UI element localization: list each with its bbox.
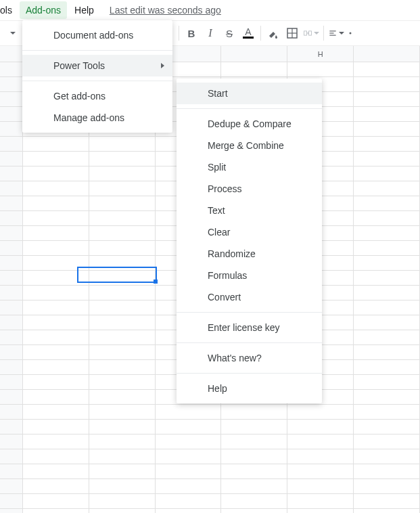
menu-item-split[interactable]: Split (177, 156, 322, 178)
corner-cell[interactable] (0, 46, 23, 62)
chevron-down-icon (10, 32, 16, 35)
col-header-h[interactable]: H (287, 46, 354, 62)
menu-item-manage-addons[interactable]: Manage add-ons (22, 107, 172, 129)
more-button[interactable] (346, 24, 355, 43)
svg-rect-3 (304, 31, 307, 35)
menu-item-document-addons[interactable]: Document add-ons (22, 24, 172, 46)
separator (323, 26, 324, 41)
last-edit-link[interactable]: Last edit was seconds ago (110, 5, 221, 16)
strike-button[interactable]: S (220, 24, 239, 43)
text-color-icon: A (243, 28, 254, 39)
col-header[interactable] (221, 46, 287, 62)
menu-bar: ols Add-ons Help Last edit was seconds a… (0, 0, 420, 20)
menu-item-text[interactable]: Text (177, 200, 322, 221)
bold-button[interactable]: B (182, 24, 201, 43)
menu-item-merge[interactable]: Merge & Combine (177, 135, 322, 156)
strike-icon: S (226, 28, 233, 39)
menu-item-clear[interactable]: Clear (177, 221, 322, 243)
merge-icon (303, 27, 312, 39)
menu-separator (177, 373, 322, 374)
menu-item-process[interactable]: Process (177, 178, 322, 200)
menu-separator (177, 312, 322, 313)
italic-button[interactable]: I (201, 24, 220, 43)
menu-separator (177, 342, 322, 343)
borders-icon (286, 27, 298, 39)
menu-separator (22, 50, 172, 51)
col-header[interactable] (354, 46, 420, 62)
toolbar-dropdown[interactable] (3, 24, 22, 43)
svg-point-8 (350, 32, 352, 35)
fill-color-button[interactable] (264, 24, 283, 43)
menu-item-get-addons[interactable]: Get add-ons (22, 85, 172, 107)
separator (260, 26, 261, 41)
menu-item-randomize[interactable]: Randomize (177, 243, 322, 265)
menu-separator (177, 108, 322, 109)
menu-item-power-tools[interactable]: Power Tools (22, 55, 172, 76)
borders-button[interactable] (283, 24, 302, 43)
chevron-down-icon (314, 32, 319, 35)
menu-item-formulas[interactable]: Formulas (177, 265, 322, 286)
menu-item-convert[interactable]: Convert (177, 286, 322, 308)
fill-icon (267, 27, 279, 39)
menu-item-license[interactable]: Enter license key (177, 317, 322, 338)
merge-button[interactable] (302, 24, 321, 43)
chevron-down-icon (339, 32, 344, 35)
align-icon (328, 27, 337, 39)
submenu-arrow-icon (161, 63, 164, 68)
menu-item-label: Power Tools (53, 60, 105, 71)
text-color-button[interactable]: A (239, 24, 258, 43)
menu-item-whatsnew[interactable]: What's new? (177, 347, 322, 369)
power-tools-submenu: Start Dedupe & Compare Merge & Combine S… (177, 79, 322, 403)
bold-icon: B (188, 28, 195, 39)
menu-item-help[interactable]: Help (177, 378, 322, 399)
italic-icon: I (208, 27, 212, 39)
menu-help[interactable]: Help (68, 1, 100, 19)
menu-separator (22, 81, 172, 81)
menu-tools[interactable]: ols (0, 1, 18, 19)
separator (179, 26, 179, 41)
menu-item-dedupe[interactable]: Dedupe & Compare (177, 113, 322, 135)
menu-addons[interactable]: Add-ons (20, 1, 67, 19)
halign-button[interactable] (327, 24, 346, 43)
addons-menu: Document add-ons Power Tools Get add-ons… (22, 20, 172, 133)
menu-item-start[interactable]: Start (177, 83, 322, 104)
dot-icon (347, 27, 354, 39)
